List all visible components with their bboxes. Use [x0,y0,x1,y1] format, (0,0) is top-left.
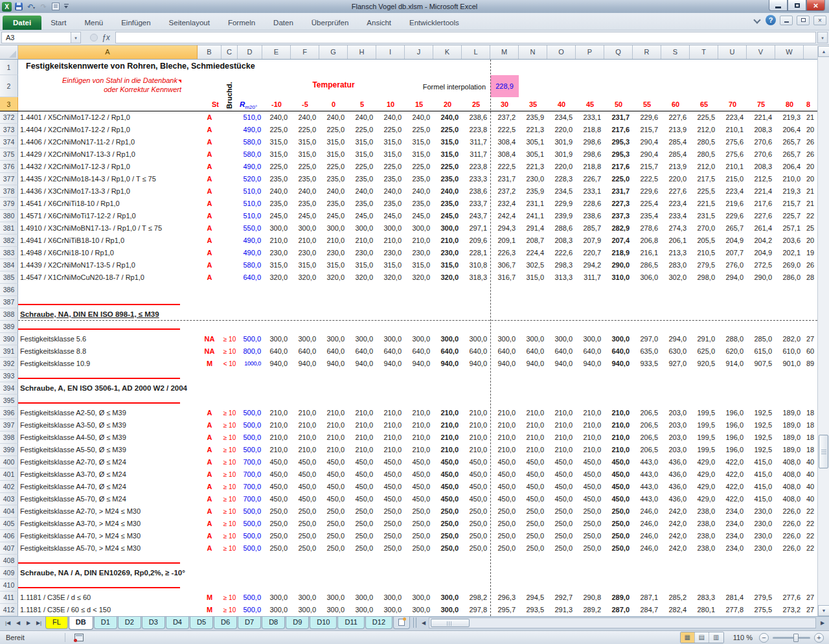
row-header-393[interactable]: 393 [0,370,18,382]
bruchd-cell[interactable] [221,173,238,185]
row-header-374[interactable]: 374 [0,136,18,148]
row-header-389[interactable]: 389 [0,321,18,333]
bruchd-cell[interactable] [221,271,238,284]
value-cell[interactable]: 298,0 [690,271,718,284]
temp-header-cell[interactable]: 60 [661,97,690,111]
value-cell[interactable]: 206,5 [633,407,661,419]
value-cell[interactable]: 610,0 [775,345,804,358]
value-cell[interactable]: 216,1 [633,247,661,259]
value-cell[interactable]: 206,4 [775,161,804,173]
value-cell[interactable]: 245,0 [376,210,405,222]
value-cell[interactable]: 302,5 [519,259,547,271]
value-cell-partial[interactable]: 26 [804,259,817,271]
value-cell[interactable]: 250,0 [462,518,490,530]
value-cell[interactable]: 279,5 [747,592,775,604]
value-cell[interactable]: 436,0 [661,468,690,481]
value-cell[interactable]: 250,0 [376,505,405,518]
value-cell[interactable]: 450,0 [462,456,490,468]
value-cell[interactable]: 443,0 [633,481,661,493]
value-cell[interactable]: 300,0 [547,333,576,345]
value-cell[interactable]: 240,0 [405,111,433,124]
value-cell[interactable]: 320,0 [262,271,291,284]
column-header-I[interactable]: I [376,45,405,59]
value-cell[interactable]: 237,2 [490,185,519,198]
value-cell[interactable]: 450,0 [348,456,376,468]
separator-cell[interactable] [18,579,817,592]
value-cell[interactable]: 213,9 [661,161,690,173]
sheet-tab-d8[interactable]: D8 [262,617,285,629]
value-cell[interactable]: 422,0 [718,493,747,505]
value-cell[interactable]: 219,3 [775,185,804,198]
value-cell[interactable]: 615,0 [747,345,775,358]
value-cell[interactable]: 233,4 [661,210,690,222]
material-name-cell[interactable]: Festigkeitsklasse A4-70, Ø ≤ M24 [18,481,198,493]
rm20-cell[interactable]: 490,0 [238,161,262,173]
value-cell[interactable]: 210,0 [319,444,348,456]
interpolation-value-cell[interactable]: 228,9 [490,75,519,97]
value-cell[interactable]: 940,0 [291,358,319,370]
value-cell[interactable]: 241,1 [519,210,547,222]
value-cell[interactable]: 238,6 [462,185,490,198]
value-cell[interactable]: 225,0 [376,124,405,136]
value-cell[interactable]: 289,0 [604,592,633,604]
value-cell[interactable]: 245,0 [291,210,319,222]
formula-input[interactable] [115,32,816,43]
value-cell[interactable]: 415,0 [747,481,775,493]
value-cell[interactable]: 199,5 [690,444,718,456]
value-cell[interactable]: 300,0 [405,592,433,604]
value-cell[interactable]: 238,0 [690,518,718,530]
value-cell[interactable]: 206,1 [661,235,690,247]
value-cell[interactable]: 450,0 [405,456,433,468]
value-cell[interactable]: 210,1 [718,161,747,173]
value-cell[interactable]: 296,3 [490,592,519,604]
value-cell[interactable]: 192,5 [747,407,775,419]
value-cell[interactable]: 240,0 [376,185,405,198]
value-cell[interactable]: 450,0 [291,468,319,481]
value-cell[interactable]: 318,3 [462,271,490,284]
value-cell[interactable]: 210,0 [319,235,348,247]
value-cell[interactable]: 218,8 [576,124,604,136]
value-cell[interactable]: 443,0 [633,493,661,505]
value-cell[interactable]: 300,0 [433,592,462,604]
material-name-cell[interactable]: 1.4436 / X3CrNiMo17-13-3 / Rp1,0 [18,185,198,198]
st-cell[interactable]: A [198,210,221,222]
value-cell[interactable]: 240,0 [348,111,376,124]
value-cell[interactable]: 210,0 [262,235,291,247]
row-header-381[interactable]: 381 [0,222,18,235]
value-cell[interactable]: 920,5 [690,358,718,370]
value-cell[interactable]: 287,0 [604,604,633,616]
bruchd-cell[interactable] [221,161,238,173]
value-cell[interactable]: 245,0 [405,210,433,222]
value-cell[interactable]: 223,4 [661,198,690,210]
value-cell[interactable]: 250,0 [490,505,519,518]
bruchd-cell[interactable]: ≥ 10 [221,444,238,456]
temp-header-cell[interactable]: 30 [490,97,519,111]
row-header-382[interactable]: 382 [0,235,18,247]
value-cell[interactable]: 189,0 [775,407,804,419]
value-cell[interactable]: 250,0 [291,505,319,518]
row-header-377[interactable]: 377 [0,173,18,185]
value-cell[interactable]: 450,0 [547,468,576,481]
value-cell[interactable]: 202,1 [775,247,804,259]
value-cell[interactable]: 230,0 [262,247,291,259]
bruchd-cell[interactable]: ≥ 10 [221,530,238,542]
next-sheet-icon[interactable]: ▶ [23,617,34,628]
bruchd-cell[interactable]: ≥ 10 [221,333,238,345]
value-cell[interactable]: 300,0 [262,333,291,345]
temp-header-cell[interactable]: 5 [348,97,376,111]
column-header-K[interactable]: K [433,45,462,59]
value-cell[interactable]: 235,0 [405,173,433,185]
value-cell[interactable]: 250,0 [405,530,433,542]
value-cell[interactable]: 265,7 [718,222,747,235]
value-cell[interactable]: 415,0 [747,468,775,481]
value-cell[interactable]: 229,6 [718,210,747,222]
value-cell[interactable]: 300,0 [376,333,405,345]
value-cell[interactable]: 450,0 [319,456,348,468]
row-header-406[interactable]: 406 [0,530,18,542]
value-cell-partial[interactable]: 22 [804,210,817,222]
column-header-M[interactable]: M [490,45,519,59]
value-cell[interactable]: 230,0 [348,247,376,259]
value-cell[interactable]: 223,4 [718,111,747,124]
value-cell[interactable]: 315,0 [291,148,319,161]
value-cell[interactable]: 450,0 [262,456,291,468]
